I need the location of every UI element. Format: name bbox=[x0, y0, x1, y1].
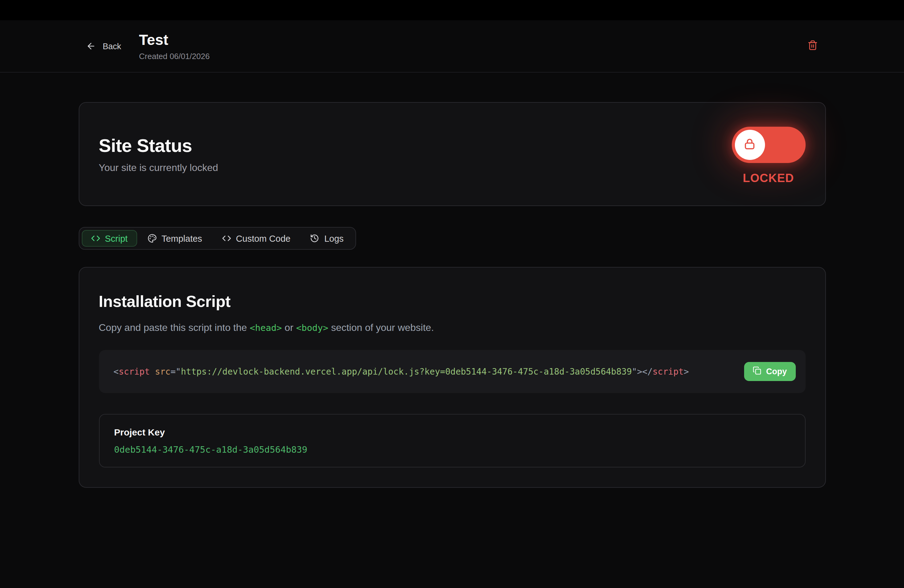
created-date: Created 06/01/2026 bbox=[139, 52, 210, 61]
desc-text: Copy and paste this script into the bbox=[99, 322, 250, 333]
script-code: <script src="https://devlock-backend.ver… bbox=[114, 367, 689, 376]
page-title: Test bbox=[139, 32, 210, 48]
code-token: < bbox=[114, 367, 119, 376]
project-key-value: 0deb5144-3476-475c-a18d-3a05d564b839 bbox=[114, 445, 790, 455]
tab-label: Script bbox=[105, 234, 128, 243]
app-root: Back Test Created 06/01/2026 Site Status… bbox=[0, 0, 904, 588]
script-code-block: <script src="https://devlock-backend.ver… bbox=[99, 350, 805, 393]
tab-bar: Script Templates Custom Code Logs bbox=[78, 227, 356, 250]
tab-custom-code[interactable]: Custom Code bbox=[212, 230, 299, 247]
site-status-subtitle: Your site is currently locked bbox=[99, 162, 218, 173]
code-token: </ bbox=[642, 367, 653, 376]
title-block: Test Created 06/01/2026 bbox=[139, 32, 210, 60]
site-status-text: Site Status Your site is currently locke… bbox=[99, 135, 218, 173]
code-token: "> bbox=[632, 367, 642, 376]
code-icon bbox=[91, 234, 100, 243]
code-token: =" bbox=[170, 367, 181, 376]
copy-button[interactable]: Copy bbox=[744, 362, 796, 381]
head-tag: <head> bbox=[250, 323, 282, 333]
project-key-box: Project Key 0deb5144-3476-475c-a18d-3a05… bbox=[99, 414, 805, 468]
tab-templates[interactable]: Templates bbox=[138, 230, 211, 247]
top-strip bbox=[0, 0, 904, 20]
desc-text: or bbox=[282, 322, 296, 333]
installation-script-card: Installation Script Copy and paste this … bbox=[78, 267, 826, 488]
site-status-title: Site Status bbox=[99, 135, 218, 156]
project-key-label: Project Key bbox=[114, 427, 790, 437]
installation-description: Copy and paste this script into the <hea… bbox=[99, 322, 805, 334]
code-token: script bbox=[653, 367, 684, 376]
tab-label: Logs bbox=[324, 234, 344, 243]
site-status-card: Site Status Your site is currently locke… bbox=[78, 102, 826, 206]
code-icon bbox=[222, 234, 231, 243]
trash-icon bbox=[808, 40, 818, 52]
tab-logs[interactable]: Logs bbox=[301, 230, 353, 247]
code-token: src bbox=[150, 367, 170, 376]
toggle-knob bbox=[735, 130, 765, 160]
history-icon bbox=[310, 234, 319, 243]
body-tag: <body> bbox=[296, 323, 329, 333]
arrow-left-icon bbox=[86, 41, 96, 51]
copy-label: Copy bbox=[766, 367, 787, 376]
main-content: Site Status Your site is currently locke… bbox=[78, 102, 826, 488]
status-badge: LOCKED bbox=[743, 172, 794, 185]
delete-project-button[interactable] bbox=[808, 40, 818, 52]
code-token: script bbox=[119, 367, 150, 376]
desc-text: section of your website. bbox=[329, 322, 434, 333]
code-token: > bbox=[684, 367, 689, 376]
copy-icon bbox=[753, 366, 761, 377]
installation-title: Installation Script bbox=[99, 292, 805, 311]
lock-toggle[interactable] bbox=[732, 127, 805, 163]
code-token: https://devlock-backend.vercel.app/api/l… bbox=[181, 367, 632, 376]
back-label: Back bbox=[103, 41, 121, 51]
lock-icon bbox=[743, 137, 756, 153]
tab-label: Templates bbox=[161, 234, 202, 243]
back-button[interactable]: Back bbox=[86, 41, 121, 51]
lock-toggle-group: LOCKED bbox=[732, 127, 805, 185]
page-header: Back Test Created 06/01/2026 bbox=[0, 20, 904, 73]
tab-label: Custom Code bbox=[236, 234, 290, 243]
palette-icon bbox=[147, 234, 156, 243]
tab-script[interactable]: Script bbox=[82, 230, 137, 247]
